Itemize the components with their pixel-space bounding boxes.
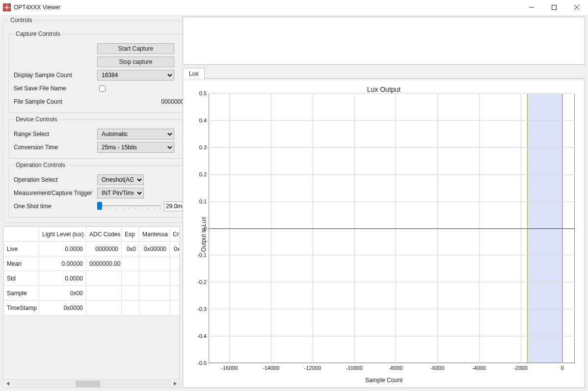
- chart-ylabel: Output in Lux: [200, 217, 207, 251]
- capture-controls-group: Capture Controls Start Capture Stop capt…: [8, 30, 199, 113]
- minimize-button[interactable]: [520, 0, 543, 15]
- controls-legend: Controls: [8, 17, 34, 24]
- trigger-label: Measurement/Capture Trigger: [14, 190, 97, 196]
- table-header[interactable]: Mantessa: [139, 227, 170, 242]
- operation-legend: Operation Controls: [14, 162, 67, 168]
- start-capture-button[interactable]: Start Capture: [97, 43, 174, 54]
- file-sample-count-label: File Sample Count: [14, 98, 97, 105]
- conv-label: Conversion Time: [14, 144, 97, 151]
- close-button[interactable]: [565, 0, 588, 15]
- app-icon: [3, 3, 11, 11]
- operation-select[interactable]: Oneshot(AGC): [97, 174, 144, 185]
- device-controls-group: Device Controls Range Select Automatic C…: [8, 116, 199, 159]
- capture-legend: Capture Controls: [14, 30, 62, 37]
- range-select[interactable]: Automatic: [97, 129, 174, 140]
- range-label: Range Select: [14, 131, 97, 138]
- conversion-time-select[interactable]: 25ms - 15bits: [97, 142, 174, 153]
- data-table-panel: Light Level (lux)ADC CodesExpMantessaCnt…: [3, 226, 180, 388]
- titlebar: OPT4XXX Viewer: [0, 0, 588, 15]
- table-header[interactable]: Light Level (lux): [39, 227, 86, 242]
- tab-lux[interactable]: Lux: [183, 68, 205, 79]
- chart-title: Lux Output: [183, 85, 585, 93]
- chart-frame: Lux Output Output in Lux Sample Count -1…: [183, 81, 585, 388]
- status-panel: [183, 17, 585, 65]
- stop-capture-button[interactable]: Stop capture: [97, 56, 174, 67]
- chart-plot-area[interactable]: -16000-14000-12000-10000-8000-6000-4000-…: [209, 93, 575, 363]
- table-hscrollbar[interactable]: [3, 379, 179, 388]
- scroll-left-icon[interactable]: [3, 380, 12, 388]
- scroll-right-icon[interactable]: [171, 380, 179, 388]
- trigger-select[interactable]: INT Pin/Timer: [97, 188, 144, 198]
- operation-controls-group: Operation Controls Operation Select Ones…: [8, 162, 199, 218]
- controls-group: Controls Capture Controls Start Capture …: [3, 17, 205, 223]
- display-sample-count-select[interactable]: 16384: [97, 70, 174, 81]
- table-row[interactable]: Sample0x00: [4, 286, 180, 301]
- device-legend: Device Controls: [14, 116, 59, 123]
- table-header[interactable]: Cnt: [170, 227, 180, 242]
- table-row[interactable]: Std0.0000: [4, 271, 180, 286]
- table-header[interactable]: Exp: [122, 227, 139, 242]
- display-sample-count-label: Display Sample Count: [14, 72, 97, 79]
- table-row[interactable]: Live0.000000000000x00x000000x: [4, 242, 180, 256]
- table-header[interactable]: ADC Codes: [86, 227, 122, 242]
- chart-xlabel: Sample Count: [183, 377, 585, 384]
- data-grid[interactable]: Light Level (lux)ADC CodesExpMantessaCnt…: [3, 226, 180, 315]
- set-save-file-label: Set Save File Name: [14, 85, 97, 92]
- table-row[interactable]: Mean0.000000000000.00: [4, 256, 180, 271]
- set-save-file-checkbox[interactable]: [99, 85, 106, 92]
- chart-tabs: Lux: [183, 67, 585, 79]
- oneshot-label: One Shot time: [14, 203, 97, 210]
- oneshot-slider[interactable]: [97, 201, 161, 212]
- svg-rect-1: [552, 5, 557, 10]
- table-row[interactable]: TimeStamp0x0000: [4, 301, 180, 315]
- operation-select-label: Operation Select: [14, 176, 97, 183]
- table-header[interactable]: [4, 227, 39, 242]
- maximize-button[interactable]: [543, 0, 565, 15]
- window-title: OPT4XXX Viewer: [14, 4, 60, 11]
